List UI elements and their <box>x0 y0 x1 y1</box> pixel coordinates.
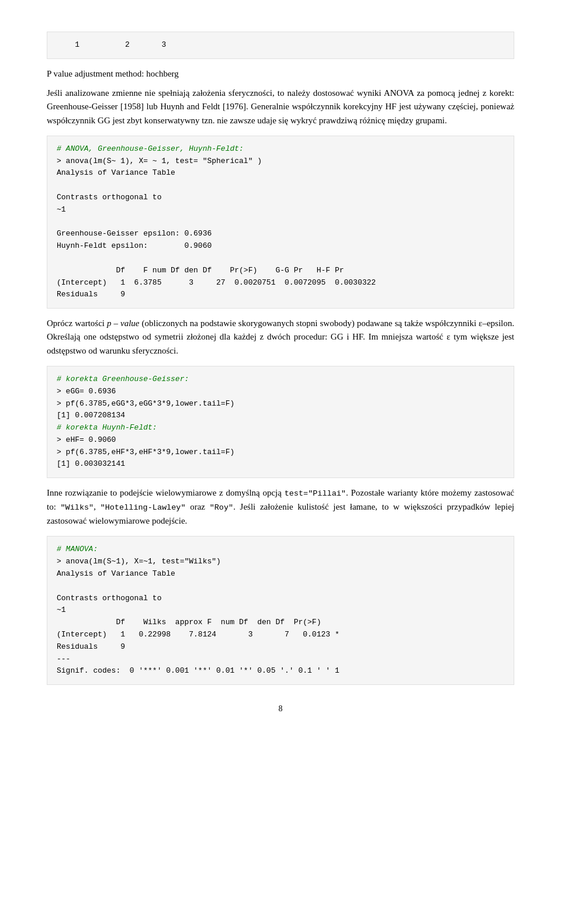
manova-comment: # MANOVA: <box>57 545 98 553</box>
value-italic: value <box>120 319 139 328</box>
manova-intercept: (Intercept) 1 0.22998 7.8124 3 7 0.0123 … <box>57 630 340 639</box>
manova-col-header: Df Wilks approx F num Df den Df Pr(>F) <box>57 618 321 627</box>
manova-line-3: Contrasts orthogonal to <box>57 594 161 603</box>
anova-line-4: ~1 <box>57 205 66 214</box>
p-value-label: P value adjustment method: hochberg <box>47 67 514 81</box>
anova-hf-epsilon: Huynh-Feldt epsilon: 0.9060 <box>57 241 212 250</box>
anova-code-block: # ANOVA, Greenhouse-Geisser, Huynh-Feldt… <box>47 136 514 309</box>
table-header: 1 2 3 <box>57 40 166 49</box>
anova-gg-epsilon: Greenhouse-Geisser epsilon: 0.6936 <box>57 229 212 238</box>
inline-roy: "Roy" <box>210 503 234 512</box>
paragraph-epsilon: Oprócz wartości p – value (obliczonych n… <box>47 317 514 358</box>
anova-comment: # ANOVA, Greenhouse-Geisser, Huynh-Feldt… <box>57 144 244 153</box>
gg-line-3: [1] 0.007208134 <box>57 411 125 420</box>
anova-col-header: Df F num Df den Df Pr(>F) G-G Pr H-F Pr <box>57 266 344 275</box>
paragraph-manova: Inne rozwiązanie to podejście wielowymia… <box>47 486 514 528</box>
gg-code-block: # korekta Greenhouse-Geisser: > eGG= 0.6… <box>47 366 514 478</box>
p-italic: p <box>107 319 112 328</box>
anova-line-2: Analysis of Variance Table <box>57 168 175 177</box>
hf-line-3: [1] 0.003032141 <box>57 459 125 468</box>
page-content: 1 2 3 P value adjustment method: hochber… <box>47 32 514 715</box>
page-number: 8 <box>47 702 514 715</box>
hf-comment: # korekta Huynh-Feldt: <box>57 423 157 432</box>
table-section: 1 2 3 <box>47 32 514 59</box>
manova-line-4: ~1 <box>57 605 66 614</box>
manova-line-2: Analysis of Variance Table <box>57 569 175 578</box>
manova-residuals: Residuals 9 <box>57 642 125 651</box>
manova-signif: Signif. codes: 0 '***' 0.001 '**' 0.01 '… <box>57 666 340 675</box>
gg-line-1: > eGG= 0.6936 <box>57 387 116 396</box>
inline-wilks: "Wilks" <box>61 503 94 512</box>
inline-test-pillai: test="Pillai" <box>285 489 346 498</box>
paragraph-sferycznosc: Jeśli analizowane zmienne nie spełniają … <box>47 86 514 127</box>
inline-hotelling: "Hotelling-Lawley" <box>101 503 186 512</box>
anova-line-3: Contrasts orthogonal to <box>57 193 161 202</box>
gg-line-2: > pf(6.3785,eGG*3,eGG*3*9,lower.tail=F) <box>57 399 234 408</box>
manova-code-block: # MANOVA: > anova(lm(S~1), X=~1, test="W… <box>47 536 514 685</box>
gg-comment: # korekta Greenhouse-Geisser: <box>57 375 189 383</box>
hf-line-1: > eHF= 0.9060 <box>57 435 116 444</box>
hf-line-2: > pf(6.3785,eHF*3,eHF*3*9,lower.tail=F) <box>57 448 234 456</box>
manova-divider: --- <box>57 655 70 663</box>
anova-intercept-row: (Intercept) 1 6.3785 3 27 0.0020751 0.00… <box>57 278 376 287</box>
anova-residuals-row: Residuals 9 <box>57 290 125 299</box>
anova-line-1: > anova(lm(S~ 1), X= ~ 1, test= "Spheric… <box>57 157 262 165</box>
manova-line-1: > anova(lm(S~1), X=~1, test="Wilks") <box>57 557 221 566</box>
table-block: 1 2 3 <box>47 32 514 59</box>
